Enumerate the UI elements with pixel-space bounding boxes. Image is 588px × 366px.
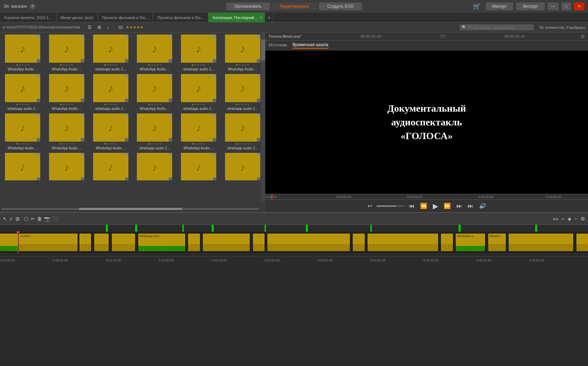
audio-clip-17[interactable] (576, 234, 588, 251)
tl-btn-camera[interactable]: 📷 (44, 216, 50, 222)
media-item-18[interactable]: ♪ ★ ★ ★ ★ ★ whatsapp audio 2... (221, 113, 264, 151)
stars-filter[interactable]: ★★★★★ (126, 25, 144, 30)
organize-button[interactable]: Организовать (226, 2, 270, 10)
tab-source[interactable]: Источник (269, 43, 287, 48)
star4: ★ (200, 103, 202, 106)
media-item-21[interactable]: ♪ ★ ★ ★ ★ ★ WhatsApp Audio ... (89, 152, 132, 180)
media-item-16[interactable]: ♪ ★ ★ ★ ★ ★ whatsapp audio 2... (133, 113, 176, 151)
audio-clip-11[interactable] (353, 234, 364, 251)
tab-studio-projects-1[interactable]: Проекты фильмов в Stu... (98, 13, 153, 22)
sort-btn[interactable]: ↕ (105, 24, 111, 31)
tl-btn-check[interactable]: ✓ (9, 216, 13, 222)
media-item-12[interactable]: ♪ ✓ ★ ★ ★ ★ ★ whatsapp audio 2... (221, 73, 264, 111)
tl-btn-cut[interactable]: ✂ (31, 216, 35, 222)
ctrl-end2[interactable]: ⏭ (466, 202, 475, 210)
path-label: e:\театр\!!!!!!!!!!!!!2019-20голоса/голо… (3, 25, 80, 29)
tl-btn-zoom-in[interactable]: ↔ (560, 216, 565, 222)
tab-collections[interactable]: Коллекции: Последний... ✕ (208, 13, 265, 22)
tab-add[interactable]: + (265, 13, 274, 22)
media-item-24[interactable]: ♪ ★ ★ ★ ★ ★ WhatsApp Audio ... (221, 152, 264, 180)
edit-button[interactable]: Редактировать (271, 2, 317, 10)
ctrl-volume[interactable]: 🔊 (478, 202, 487, 210)
scroll-thumb-h[interactable] (79, 208, 182, 210)
media-item-23[interactable]: ♪ ★ ★ ★ ★ ★ WhatsApp Audio ... (177, 152, 220, 180)
bottom-flag (169, 59, 172, 63)
audio-clip-15[interactable]: WhatsA... (488, 234, 506, 251)
tab-close-icon[interactable]: ✕ (260, 15, 262, 19)
media-item-17[interactable]: ♪ ★ ★ ★ ★ ★ WhatsApp Audio ... (177, 113, 220, 151)
media-item-1[interactable]: ♪ ★ ★ ★ ★ ★ WhatsApp Audio ... (1, 34, 44, 72)
close-button[interactable]: ✕ (574, 2, 584, 10)
media-item-4[interactable]: ♪ ★ ★ ★ ★ ★ WhatsApp Audio ... (133, 34, 176, 72)
tab-project-bin[interactable]: Корзина проекта: 2016-1... (0, 13, 56, 22)
tl-btn-marker[interactable]: ⬡ (24, 216, 29, 222)
audio-clip-6[interactable]: whatsapp aud... (138, 234, 185, 251)
audio-clip-1[interactable] (0, 234, 18, 251)
media-item-10[interactable]: ♪ ★ ★ ★ ★ ★ WhatsApp Audio ... (133, 73, 176, 111)
tl-btn-grid[interactable]: ⊞ (16, 216, 20, 222)
ruler-6: 0:28:00.00 (317, 259, 333, 262)
tl-btn-zoom-out[interactable]: «» (553, 216, 558, 222)
ctrl-rewind[interactable]: ↩ (366, 202, 374, 210)
maximize-button[interactable]: □ (562, 2, 571, 10)
media-item-3[interactable]: ♪ ★ ★ ★ ★ ★ whatsapp audio 2... (89, 34, 132, 72)
media-label-12: whatsapp audio 2... (227, 107, 258, 111)
ctrl-step-fwd[interactable]: ⏩ (442, 202, 452, 210)
bottom-flag (213, 59, 216, 63)
help-icon[interactable]: ? (30, 4, 35, 9)
media-item-11[interactable]: ♪ ✓ ★ ★ ★ ★ ★ whatsapp audio 2... (177, 73, 220, 111)
tl-btn-pointer[interactable]: ↖ (3, 216, 7, 222)
export-button[interactable]: Экспорт (516, 2, 545, 10)
audio-clip-3[interactable] (79, 234, 91, 251)
tl-btn-settings[interactable]: ⚙ (581, 216, 585, 222)
stars-row: ★ ★ ★ ★ ★ (60, 142, 73, 145)
audio-clip-7[interactable] (188, 234, 200, 251)
media-item-7[interactable]: ♪ ★ ★ ★ ★ ★ whatsapp audio 2... (1, 73, 44, 111)
audio-clip-16[interactable] (509, 234, 573, 251)
ctrl-step-back[interactable]: ⏪ (419, 202, 429, 210)
tab-studio-projects-2[interactable]: Проекты фильмов в Stu... (153, 13, 208, 22)
preview-expand-btn[interactable]: ⊡ (581, 34, 584, 39)
import-button[interactable]: Импорт (486, 2, 513, 10)
view-grid-btn[interactable]: ⊞ (96, 24, 103, 31)
search-input[interactable] (468, 25, 532, 30)
audio-clip-12[interactable] (368, 234, 438, 251)
view-list-btn[interactable]: ☰ (86, 24, 93, 31)
audio-clip-8[interactable] (203, 234, 250, 251)
media-item-20[interactable]: ♪ ★ ★ ★ ★ ★ WhatsApp Audio ... (46, 152, 88, 180)
media-item-22[interactable]: ♪ ★ ★ ★ ★ ★ WhatsApp Audio ... (133, 152, 176, 180)
audio-clip-5[interactable] (112, 234, 135, 251)
media-label-1: WhatsApp Audio ... (8, 67, 38, 71)
create-dvd-button[interactable]: Создать DVD (319, 2, 362, 10)
ctrl-skip-to-end[interactable]: ⏭ (455, 202, 463, 210)
minimize-button[interactable]: — (547, 2, 559, 10)
green-markers-row (0, 225, 588, 232)
audio-clip-13[interactable] (441, 234, 453, 251)
ctrl-skip-to-start[interactable]: ⏮ (407, 202, 416, 210)
tl-btn-delete[interactable]: 🗑 (37, 216, 42, 222)
tab-disc-menu[interactable]: Меню диска: (все) (56, 13, 98, 22)
tab-timeline[interactable]: Временная шкала (292, 42, 328, 49)
audio-clip-2[interactable]: AUDIO-... (19, 234, 78, 251)
scrollbar-thumb-v[interactable] (261, 39, 265, 61)
audio-clip-10[interactable] (267, 234, 350, 251)
media-item-6[interactable]: ♪ ★ ★ ★ ★ ★ WhatsApp Audio ... (221, 34, 264, 72)
ctrl-play[interactable]: ▶ (431, 201, 440, 211)
tl-btn-arrow-left[interactable]: ← (574, 216, 578, 222)
tl-btn-snap[interactable]: ◈ (568, 216, 571, 222)
media-item-14[interactable]: ♪ ★ ★ ★ ★ ★ WhatsApp Audio ... (46, 113, 88, 151)
scroll-track-h[interactable] (1, 208, 260, 210)
cart-icon[interactable]: 🛒 (473, 2, 481, 10)
audio-clip-14[interactable]: whatsapp a... (456, 234, 485, 251)
media-item-15[interactable]: ♪ ★ ★ ★ ★ ★ WhatsApp Audio ... (89, 113, 132, 151)
media-item-2[interactable]: ♪ ★ ★ ★ ★ ★ WhatsApp Audio ... (46, 34, 88, 72)
media-item-9[interactable]: ♪ ★ ★ ★ ★ ★ whatsapp audio 2... (89, 73, 132, 111)
scrollbar-vertical[interactable] (261, 32, 265, 201)
media-item-5[interactable]: ♪ ✓ ★ ★ ★ ★ ★ whatsapp audio 2... (177, 34, 220, 72)
media-item-13[interactable]: ♪ ★ ★ ★ ★ ★ WhatsApp Audio ... (1, 113, 44, 151)
media-item-19[interactable]: ♪ ★ ★ ★ ★ ★ WhatsApp Audio ... (1, 152, 44, 180)
audio-clip-9[interactable] (253, 234, 265, 251)
audio-clip-4[interactable] (94, 234, 109, 251)
tl-btn-record[interactable]: ⬛ (52, 216, 58, 222)
media-item-8[interactable]: ♪ ★ ★ ★ ★ ★ WhatsApp Audio ... (46, 73, 88, 111)
